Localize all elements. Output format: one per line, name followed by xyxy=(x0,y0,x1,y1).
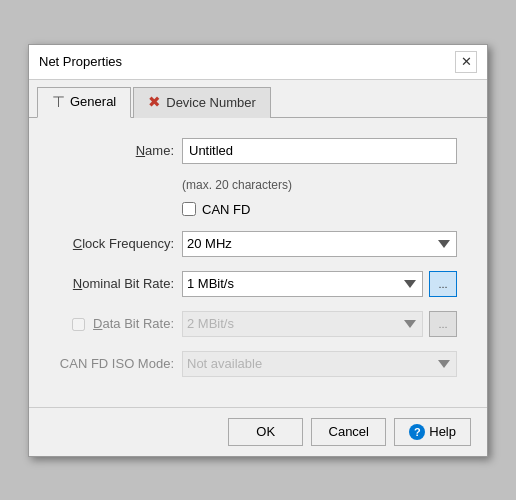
nominal-bit-rate-wrapper: 125 kBit/s 250 kBit/s 500 kBit/s 1 MBit/… xyxy=(182,271,457,297)
canfd-iso-group: CAN FD ISO Mode: Not available xyxy=(59,351,457,377)
canfd-iso-label: CAN FD ISO Mode: xyxy=(59,356,174,371)
canfd-iso-wrapper: Not available xyxy=(182,351,457,377)
data-bit-rate-group: Data Bit Rate: 2 MBit/s ... xyxy=(59,311,457,337)
clock-freq-wrapper: 10 MHz 20 MHz 40 MHz 80 MHz xyxy=(182,231,457,257)
close-button[interactable]: ✕ xyxy=(455,51,477,73)
nominal-bit-rate-select[interactable]: 125 kBit/s 250 kBit/s 500 kBit/s 1 MBit/… xyxy=(182,271,423,297)
ok-button[interactable]: OK xyxy=(228,418,303,446)
tab-general-label: General xyxy=(70,94,116,109)
data-ellipsis-button: ... xyxy=(429,311,457,337)
nominal-ellipsis-button[interactable]: ... xyxy=(429,271,457,297)
canfd-label[interactable]: CAN FD xyxy=(202,202,250,217)
name-hint: (max. 20 characters) xyxy=(182,178,457,192)
name-label: Name: xyxy=(59,143,174,158)
canfd-group: CAN FD xyxy=(182,202,457,217)
data-bit-rate-wrapper: 2 MBit/s ... xyxy=(182,311,457,337)
clock-freq-label: Clock Frequency: xyxy=(59,236,174,251)
clock-freq-select[interactable]: 10 MHz 20 MHz 40 MHz 80 MHz xyxy=(182,231,457,257)
name-input[interactable] xyxy=(182,138,457,164)
name-group: Name: xyxy=(59,138,457,164)
tab-device-number-label: Device Number xyxy=(166,95,256,110)
canfd-checkbox[interactable] xyxy=(182,202,196,216)
tab-bar: ⊤ General ✖ Device Number xyxy=(29,80,487,118)
data-bit-rate-checkbox xyxy=(72,318,85,331)
tab-general[interactable]: ⊤ General xyxy=(37,87,131,118)
cancel-button[interactable]: Cancel xyxy=(311,418,386,446)
form-content: Name: (max. 20 characters) CAN FD Clock … xyxy=(29,118,487,407)
dialog-footer: OK Cancel ? Help xyxy=(29,407,487,456)
general-icon: ⊤ xyxy=(52,93,65,111)
data-bit-rate-select: 2 MBit/s xyxy=(182,311,423,337)
nominal-bit-rate-group: Nominal Bit Rate: 125 kBit/s 250 kBit/s … xyxy=(59,271,457,297)
tab-device-number[interactable]: ✖ Device Number xyxy=(133,87,271,118)
nominal-bit-rate-label: Nominal Bit Rate: xyxy=(59,276,174,291)
title-bar: Net Properties ✕ xyxy=(29,45,487,80)
dialog-title: Net Properties xyxy=(39,54,122,69)
canfd-iso-select: Not available xyxy=(182,351,457,377)
clock-freq-group: Clock Frequency: 10 MHz 20 MHz 40 MHz 80… xyxy=(59,231,457,257)
data-bit-rate-label: Data Bit Rate: xyxy=(59,316,174,331)
help-label: Help xyxy=(429,424,456,439)
net-properties-dialog: Net Properties ✕ ⊤ General ✖ Device Numb… xyxy=(28,44,488,457)
device-number-icon: ✖ xyxy=(148,93,161,111)
help-button[interactable]: ? Help xyxy=(394,418,471,446)
help-icon: ? xyxy=(409,424,425,440)
